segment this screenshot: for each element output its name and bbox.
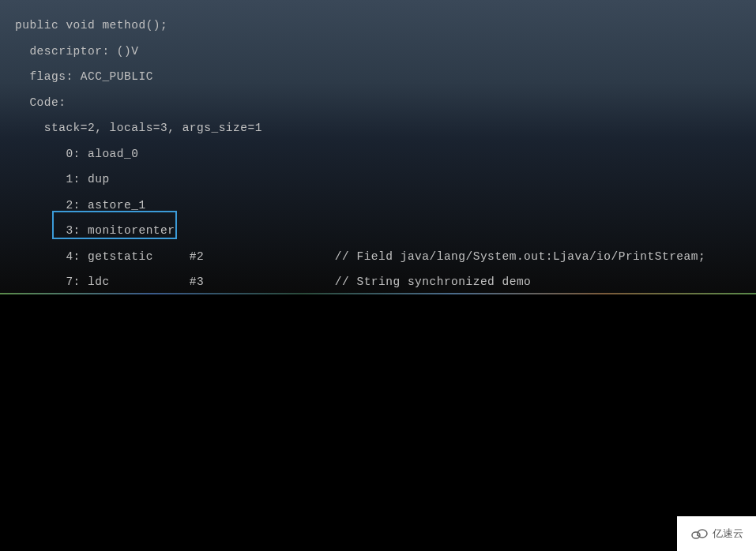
instruction-0: 0: aload_0 bbox=[15, 141, 756, 167]
black-region bbox=[0, 294, 756, 551]
stack-line: stack=2, locals=3, args_size=1 bbox=[15, 115, 756, 141]
watermark-text: 亿速云 bbox=[713, 527, 743, 541]
svg-point-2 bbox=[697, 534, 698, 536]
svg-point-0 bbox=[692, 532, 700, 538]
instruction-4: 4: getstatic #2 // Field java/lang/Syste… bbox=[15, 244, 756, 270]
flags-line: flags: ACC_PUBLIC bbox=[15, 64, 756, 90]
instruction-3: 3: monitorenter bbox=[15, 218, 756, 244]
bytecode-listing: public void method(); descriptor: ()V fl… bbox=[0, 0, 756, 295]
code-label: Code: bbox=[15, 90, 756, 116]
cloud-icon bbox=[690, 527, 709, 540]
instruction-1: 1: dup bbox=[15, 167, 756, 193]
instruction-2: 2: astore_1 bbox=[15, 193, 756, 219]
method-signature: public void method(); bbox=[15, 13, 756, 39]
descriptor-line: descriptor: ()V bbox=[15, 39, 756, 65]
instruction-7: 7: ldc #3 // String synchronized demo bbox=[15, 269, 756, 295]
watermark-badge: 亿速云 bbox=[677, 516, 756, 551]
